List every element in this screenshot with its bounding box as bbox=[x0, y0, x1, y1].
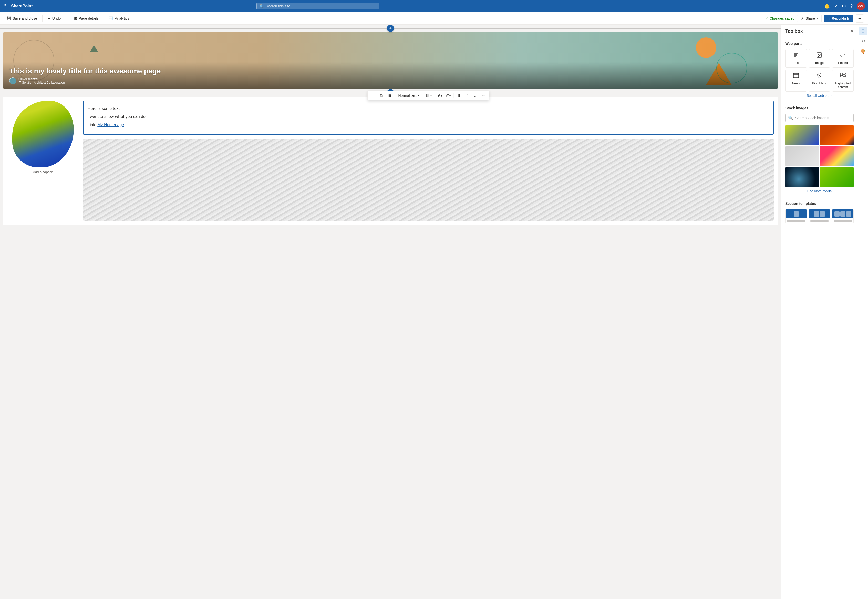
svg-rect-5 bbox=[843, 73, 845, 74]
text-web-part-label: Text bbox=[793, 61, 799, 65]
template-thumb-3c bbox=[846, 211, 851, 217]
help-icon[interactable]: ? bbox=[850, 4, 853, 9]
stock-image-3[interactable] bbox=[785, 146, 819, 166]
template-item-2[interactable] bbox=[809, 209, 830, 223]
save-close-button[interactable]: 💾 Save and close bbox=[4, 15, 40, 22]
save-icon: 💾 bbox=[7, 17, 11, 21]
template-item-3[interactable] bbox=[832, 209, 854, 223]
stock-images-title: Stock images bbox=[785, 106, 854, 110]
canvas-area: + This is my lovely title for this aweso… bbox=[0, 24, 781, 599]
see-more-media-link[interactable]: See more media bbox=[785, 189, 854, 193]
image-web-part-icon bbox=[816, 52, 823, 60]
svg-rect-7 bbox=[840, 76, 845, 77]
svg-rect-2 bbox=[794, 74, 799, 78]
templates-grid bbox=[785, 209, 854, 223]
font-color-icon[interactable]: A▾ bbox=[436, 92, 444, 99]
underline-icon[interactable]: U bbox=[472, 92, 479, 99]
section-templates-section: Section templates bbox=[781, 197, 858, 227]
analytics-button[interactable]: 📊 Analytics bbox=[106, 15, 132, 22]
page-details-button[interactable]: ⊞ Page details bbox=[71, 15, 101, 22]
news-web-part-icon bbox=[793, 72, 799, 80]
template-top-3 bbox=[832, 209, 853, 218]
bold-icon[interactable]: B bbox=[455, 92, 462, 99]
settings-icon[interactable]: ⚙ bbox=[842, 3, 846, 9]
stock-search-icon: 🔍 bbox=[788, 116, 793, 120]
text-style-select[interactable]: Normal text ▾ bbox=[397, 93, 420, 98]
search-bar[interactable]: 🔍 Search this site bbox=[257, 3, 379, 9]
text-link-line: Link: My Homepage bbox=[88, 122, 769, 128]
svg-point-3 bbox=[819, 74, 820, 75]
stock-images-section: Stock images 🔍 See more media bbox=[781, 102, 858, 197]
toolbox-close-button[interactable]: ✕ bbox=[850, 29, 854, 34]
author-info: Oliver Menzel IT Solution Architect Coll… bbox=[18, 77, 65, 84]
template-item-1[interactable] bbox=[785, 209, 807, 223]
toolbar-right: ✓ Changes saved ↗ Share ▾ ↑ Republish ⇥ bbox=[765, 14, 864, 23]
template-bottom-2 bbox=[809, 218, 830, 223]
bing-maps-web-part-label: Bing Maps bbox=[812, 82, 827, 85]
text-editor-box[interactable]: Here is some text. I want to show what y… bbox=[83, 101, 774, 135]
highlight-color-icon[interactable]: 🖊▾ bbox=[445, 92, 452, 99]
stock-image-1[interactable] bbox=[785, 125, 819, 145]
stock-image-5[interactable] bbox=[785, 167, 819, 187]
toolbox-side-icon[interactable]: ⊞ bbox=[859, 27, 867, 35]
toolbox-panel: Toolbox ✕ Web parts Text bbox=[781, 24, 858, 599]
stock-images-grid bbox=[785, 125, 854, 187]
highlighted-content-web-part-label: Highlighted content bbox=[834, 82, 852, 89]
page-toolbar: 💾 Save and close ↩ Undo ▾ ⊞ Page details… bbox=[0, 12, 868, 24]
top-right-icons: 🔔 ↗ ⚙ ? OM bbox=[824, 2, 865, 10]
changes-saved-status: ✓ Changes saved bbox=[765, 17, 794, 21]
filter-side-icon[interactable]: ⚙ bbox=[859, 37, 867, 45]
more-options-icon[interactable]: ··· bbox=[480, 92, 487, 99]
italic-icon[interactable]: I bbox=[463, 92, 471, 99]
blob-image bbox=[12, 101, 74, 167]
web-part-highlighted-content[interactable]: Highlighted content bbox=[832, 70, 854, 92]
undo-chevron-icon: ▾ bbox=[62, 17, 63, 20]
delete-tool-icon[interactable]: 🗑 bbox=[386, 92, 393, 99]
template-bottom-1 bbox=[785, 218, 807, 223]
stock-search-container: 🔍 bbox=[785, 114, 854, 122]
undo-button[interactable]: ↩ Undo ▾ bbox=[45, 15, 66, 22]
toolbar-divider bbox=[395, 93, 395, 98]
share-button[interactable]: ↗ Share ▾ bbox=[797, 15, 822, 22]
template-thumb-1 bbox=[794, 211, 799, 217]
undo-icon: ↩ bbox=[48, 17, 51, 21]
web-part-embed[interactable]: Embed bbox=[832, 49, 854, 68]
stock-search-input[interactable] bbox=[795, 116, 851, 120]
share-chevron-icon: ▾ bbox=[817, 17, 818, 20]
republish-button[interactable]: ↑ Republish bbox=[824, 15, 853, 22]
stock-image-4[interactable] bbox=[820, 146, 854, 166]
top-section-add[interactable]: + bbox=[0, 24, 781, 32]
stock-image-2[interactable] bbox=[820, 125, 854, 145]
duplicate-tool-icon[interactable]: ⧉ bbox=[378, 92, 385, 99]
web-part-image[interactable]: Image bbox=[809, 49, 830, 68]
share-network-icon[interactable]: ↗ bbox=[834, 3, 838, 9]
web-parts-grid: Text Image bbox=[785, 49, 854, 92]
text-editor-wrapper: ⠿ ⧉ 🗑 Normal text ▾ 18 ▾ bbox=[83, 101, 774, 135]
author-role: IT Solution Architect Collaboration bbox=[18, 81, 65, 84]
font-size-select[interactable]: 18 ▾ bbox=[424, 93, 433, 98]
image-caption[interactable]: Add a caption bbox=[33, 170, 53, 174]
side-panel-icons: ⊞ ⚙ 🎨 bbox=[858, 24, 868, 599]
content-section: Add a caption ⠿ ⧉ 🗑 Normal text bbox=[3, 97, 778, 225]
add-section-button-top[interactable]: + bbox=[387, 25, 394, 32]
collapse-panel-button[interactable]: ⇥ bbox=[856, 14, 864, 23]
hero-overlay: This is my lovely title for this awesome… bbox=[3, 62, 778, 89]
news-web-part-label: News bbox=[792, 82, 800, 85]
web-part-bing-maps[interactable]: Bing Maps bbox=[809, 70, 830, 92]
waffle-icon[interactable]: ⠿ bbox=[3, 3, 6, 9]
text-editor-toolbar: ⠿ ⧉ 🗑 Normal text ▾ 18 ▾ bbox=[367, 90, 489, 100]
hero-title: This is my lovely title for this awesome… bbox=[9, 67, 772, 75]
notifications-icon[interactable]: 🔔 bbox=[824, 3, 830, 9]
left-column: Add a caption bbox=[7, 101, 79, 174]
paint-side-icon[interactable]: 🎨 bbox=[859, 47, 867, 55]
top-navigation: ⠿ SharePoint 🔍 Search this site 🔔 ↗ ⚙ ? … bbox=[0, 0, 868, 12]
web-part-news[interactable]: News bbox=[785, 70, 807, 92]
see-all-web-parts-link[interactable]: See all web parts bbox=[785, 94, 854, 98]
page-details-icon: ⊞ bbox=[74, 17, 77, 21]
my-homepage-link[interactable]: My Homepage bbox=[97, 123, 124, 127]
move-tool-icon[interactable]: ⠿ bbox=[370, 92, 377, 99]
web-part-text[interactable]: Text bbox=[785, 49, 807, 68]
stock-image-6[interactable] bbox=[820, 167, 854, 187]
toolbar-divider-4 bbox=[453, 93, 454, 98]
avatar[interactable]: OM bbox=[857, 2, 865, 10]
